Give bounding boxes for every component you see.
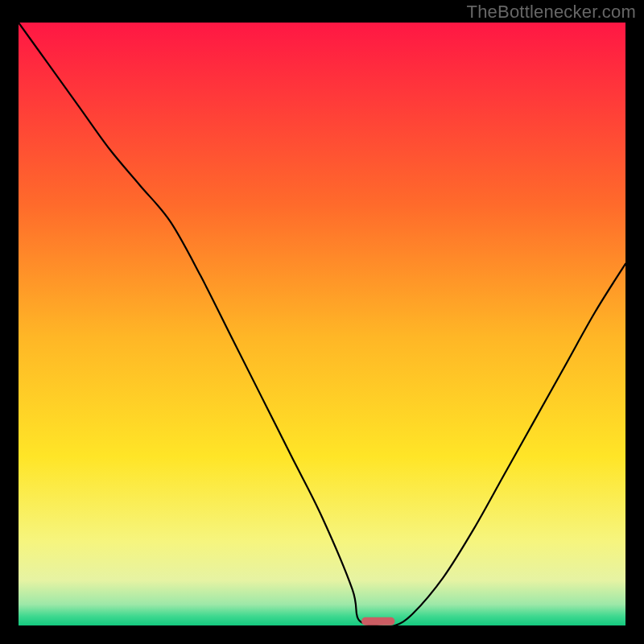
chart-svg bbox=[19, 23, 625, 625]
plot-area bbox=[19, 23, 625, 625]
optimal-marker bbox=[361, 617, 394, 625]
chart-background bbox=[19, 23, 625, 625]
watermark-text: TheBottlenecker.com bbox=[467, 2, 636, 23]
chart-frame: TheBottlenecker.com bbox=[0, 0, 644, 644]
